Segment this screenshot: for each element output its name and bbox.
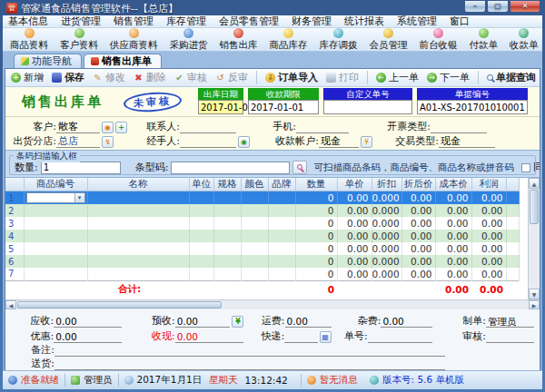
tracking-no-field[interactable] bbox=[368, 331, 433, 343]
trade-type-field[interactable]: 现金 bbox=[439, 136, 495, 148]
menu-item-finance-mgmt[interactable]: 财务管理 bbox=[292, 15, 332, 28]
misc-fee-field[interactable]: 0.00 bbox=[381, 316, 432, 328]
field-value[interactable]: 2017-01-01 bbox=[198, 100, 243, 114]
toolbar-item-member-mgmt[interactable]: 会员管理 bbox=[370, 28, 408, 51]
scroll-right-icon[interactable]: ▶ bbox=[529, 300, 540, 309]
barcode-input[interactable] bbox=[171, 162, 290, 174]
edit-button[interactable]: ✎ 修改 bbox=[93, 71, 125, 84]
remark-field[interactable] bbox=[54, 345, 445, 357]
horizontal-scrollbar[interactable]: ◀ ▶ bbox=[5, 299, 540, 309]
tab-sales-outbound[interactable]: 销售出库单 bbox=[84, 54, 162, 68]
contact-field[interactable] bbox=[180, 122, 236, 133]
express-field[interactable] bbox=[284, 331, 317, 343]
column-header[interactable]: 数量 bbox=[295, 178, 337, 191]
toolbar-item-pos-cashier[interactable]: 前台收银 bbox=[420, 28, 458, 51]
toolbar-item-purchase-in[interactable]: 采购进货 bbox=[170, 28, 208, 51]
handler-lookup-button[interactable]: ◉ bbox=[238, 136, 250, 148]
account-field[interactable]: 现金 bbox=[319, 136, 359, 148]
barcode-search-button[interactable] bbox=[292, 161, 307, 174]
auditor-field[interactable] bbox=[486, 331, 534, 343]
receivable-field[interactable]: 0.00 bbox=[54, 316, 122, 328]
table-row[interactable]: 4 ▾ bbox=[5, 230, 520, 242]
order-import-button[interactable]: ⇩ 订单导入 bbox=[256, 71, 318, 84]
toolbar-item-supplier-info[interactable]: 供应商资料 bbox=[110, 28, 158, 51]
table-row[interactable]: 5 ▾ bbox=[5, 242, 520, 255]
v-scroll-thumb[interactable] bbox=[530, 190, 539, 224]
table-row[interactable]: 6 ▾ bbox=[5, 255, 520, 268]
prev-doc-button[interactable]: ← 上一单 bbox=[367, 71, 419, 84]
accumulate-checkbox[interactable] bbox=[521, 163, 530, 172]
discount-field[interactable]: 0.00 bbox=[54, 331, 122, 343]
unaudit-button[interactable]: ↺ 反审 bbox=[215, 71, 248, 84]
menu-item-stats-report[interactable]: 统计报表 bbox=[344, 15, 384, 28]
toolbar-item-product-info[interactable]: 商品资料 bbox=[10, 28, 48, 51]
close-window-button[interactable]: ✕ bbox=[510, 1, 540, 13]
menu-item-basic-info[interactable]: 基本信息 bbox=[8, 15, 48, 28]
column-header[interactable]: 成本价 bbox=[435, 178, 471, 191]
column-header[interactable]: 品牌 bbox=[268, 178, 295, 191]
qty-input[interactable] bbox=[41, 162, 121, 174]
invoice-type-field[interactable] bbox=[431, 122, 487, 133]
doc-query-button[interactable]: 单据查询 bbox=[478, 71, 536, 84]
menu-item-purchase-mgmt[interactable]: 进货管理 bbox=[61, 15, 101, 28]
h-scroll-thumb[interactable] bbox=[17, 301, 222, 309]
column-header[interactable]: 颜色 bbox=[241, 178, 268, 191]
express-select-button[interactable]: ▦ bbox=[320, 331, 332, 343]
column-header[interactable]: 折后价 bbox=[401, 178, 435, 191]
menu-item-system-mgmt[interactable]: 系统管理 bbox=[397, 15, 437, 28]
menu-item-inventory-mgmt[interactable]: 库存管理 bbox=[166, 15, 206, 28]
column-header[interactable]: 利润 bbox=[471, 178, 506, 191]
menu-item-window[interactable]: 窗口 bbox=[450, 15, 470, 28]
handler-field[interactable] bbox=[180, 136, 236, 148]
delivery-field[interactable] bbox=[54, 358, 445, 370]
table-row[interactable]: 3 ▾ bbox=[5, 217, 520, 230]
column-header[interactable]: 折扣 bbox=[372, 178, 401, 191]
tab-function-nav[interactable]: 功能导航 bbox=[14, 54, 82, 68]
menu-item-member-retail-mgmt[interactable]: 会员零售管理 bbox=[219, 15, 279, 28]
table-row[interactable]: 1 ▾ bbox=[5, 191, 520, 205]
column-header[interactable]: 名称 bbox=[87, 178, 189, 191]
toolbar-item-payment-slip[interactable]: 付款单 bbox=[470, 28, 499, 51]
table-row[interactable]: 2 ▾ bbox=[5, 204, 520, 217]
column-header[interactable]: 单位 bbox=[189, 178, 213, 191]
new-button[interactable]: + 新增 bbox=[11, 71, 44, 84]
toolbar-item-customer-info[interactable]: 客户资料 bbox=[60, 28, 98, 51]
add-customer-button[interactable]: + bbox=[115, 122, 127, 133]
print-button[interactable]: 打印 bbox=[326, 71, 359, 84]
mobile-field[interactable] bbox=[296, 122, 349, 133]
field-value[interactable] bbox=[323, 100, 412, 114]
customer-field[interactable]: 散客 bbox=[56, 122, 100, 133]
delete-button[interactable]: ✖ 删除 bbox=[134, 71, 166, 84]
toolbar-item-receipt-slip[interactable]: 收款单 bbox=[510, 28, 539, 51]
freight-field[interactable]: 0.00 bbox=[285, 316, 332, 328]
next-doc-button[interactable]: → 下一单 bbox=[427, 71, 470, 84]
prepaid-field[interactable]: 0.00 bbox=[175, 316, 231, 328]
save-button[interactable]: 保存 bbox=[52, 71, 84, 84]
field-value[interactable]: A01-XS-201701010001 bbox=[417, 100, 528, 114]
account-lookup-button[interactable]: ¥ bbox=[361, 136, 372, 148]
branch-field[interactable]: 总店 bbox=[56, 136, 100, 148]
chevron-down-icon[interactable]: ▾ bbox=[74, 193, 84, 202]
maximize-button[interactable]: ▢ bbox=[487, 1, 509, 13]
scroll-left-icon[interactable]: ◀ bbox=[5, 300, 16, 309]
menu-item-sales-mgmt[interactable]: 销售管理 bbox=[114, 15, 154, 28]
toolbar-item-product-stock[interactable]: 商品库存 bbox=[270, 28, 308, 51]
maker-field[interactable]: 管理员 bbox=[486, 316, 534, 328]
customer-lookup-button[interactable]: ◉ bbox=[102, 122, 114, 133]
column-header[interactable] bbox=[5, 178, 24, 191]
field-value[interactable]: 2017-01-01 bbox=[248, 100, 319, 114]
product-code-combo[interactable]: ▾ bbox=[26, 192, 85, 203]
toolbar-item-stock-transfer[interactable]: 库存调拨 bbox=[320, 28, 358, 51]
column-header[interactable]: 单价 bbox=[337, 178, 372, 191]
branch-select-button[interactable]: ↯ bbox=[102, 136, 114, 148]
scroll-up-icon[interactable]: ▲ bbox=[529, 178, 540, 189]
column-header[interactable] bbox=[506, 178, 520, 191]
table-row[interactable]: 7 ▾ bbox=[5, 268, 520, 280]
column-header[interactable]: 规格 bbox=[213, 178, 241, 191]
cash-received-field[interactable]: 0.00 bbox=[175, 331, 244, 343]
toolbar-item-sales-out[interactable]: 销售出库 bbox=[220, 28, 258, 51]
minimize-button[interactable]: – bbox=[464, 1, 486, 13]
vertical-scrollbar[interactable]: ▲ ▼ bbox=[528, 178, 540, 299]
prepaid-button[interactable]: ¥ bbox=[232, 316, 243, 328]
scroll-down-icon[interactable]: ▼ bbox=[529, 289, 540, 299]
